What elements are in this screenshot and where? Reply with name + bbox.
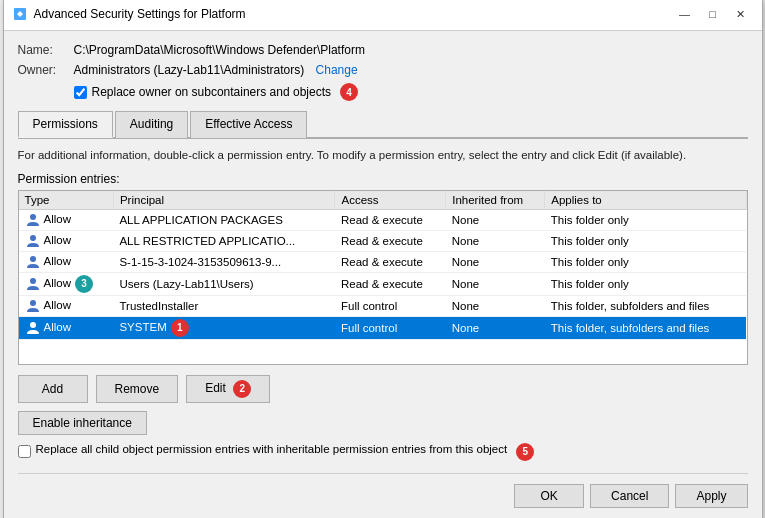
cell-access: Full control: [335, 295, 446, 316]
table-header-row: Type Principal Access Inherited from App…: [19, 191, 747, 210]
replace-child-row: Replace all child object permission entr…: [18, 443, 748, 461]
tab-auditing[interactable]: Auditing: [115, 111, 188, 138]
cell-type: Allow3: [19, 272, 114, 295]
cell-type: Allow: [19, 251, 114, 272]
remove-button[interactable]: Remove: [96, 375, 179, 403]
change-link[interactable]: Change: [316, 63, 358, 77]
close-button[interactable]: ✕: [728, 4, 754, 24]
cell-inherited: None: [446, 230, 545, 251]
table-row[interactable]: AllowALL APPLICATION PACKAGESRead & exec…: [19, 209, 747, 230]
cell-principal: SYSTEM1: [113, 316, 335, 339]
window-icon: [12, 6, 28, 22]
cell-inherited: None: [446, 295, 545, 316]
replace-child-label: Replace all child object permission entr…: [36, 443, 508, 455]
footer-buttons: OK Cancel Apply: [18, 473, 748, 508]
row-user-icon: [25, 233, 41, 249]
cell-access: Full control: [335, 316, 446, 339]
titlebar: Advanced Security Settings for Platform …: [4, 0, 762, 31]
svg-point-5: [30, 300, 36, 306]
cell-inherited: None: [446, 209, 545, 230]
col-inherited: Inherited from: [446, 191, 545, 210]
cell-inherited: None: [446, 251, 545, 272]
name-value: C:\ProgramData\Microsoft\Windows Defende…: [74, 43, 748, 57]
cell-type: Allow: [19, 230, 114, 251]
name-row: Name: C:\ProgramData\Microsoft\Windows D…: [18, 43, 748, 57]
row-user-icon: [25, 320, 41, 336]
cell-applies: This folder only: [545, 209, 746, 230]
permission-table-container: Type Principal Access Inherited from App…: [18, 190, 748, 365]
cell-inherited: None: [446, 272, 545, 295]
row-user-icon: [25, 298, 41, 314]
replace-owner-checkbox[interactable]: [74, 86, 87, 99]
table-action-buttons: Add Remove Edit 2: [18, 375, 748, 403]
tab-permissions[interactable]: Permissions: [18, 111, 113, 138]
badge-1: 1: [171, 319, 189, 337]
col-principal: Principal: [113, 191, 335, 210]
cancel-button[interactable]: Cancel: [590, 484, 669, 508]
section-label: Permission entries:: [18, 172, 748, 186]
add-button[interactable]: Add: [18, 375, 88, 403]
cell-type: Allow: [19, 295, 114, 316]
badge-4: 4: [340, 83, 358, 101]
badge-3: 3: [75, 275, 93, 293]
apply-button[interactable]: Apply: [675, 484, 747, 508]
info-text: For additional information, double-click…: [18, 147, 748, 163]
svg-point-3: [30, 256, 36, 262]
replace-owner-row: Replace owner on subcontainers and objec…: [74, 83, 748, 101]
col-access: Access: [335, 191, 446, 210]
cell-applies: This folder, subfolders and files: [545, 295, 746, 316]
cell-principal: ALL RESTRICTED APPLICATIO...: [113, 230, 335, 251]
content-area: Name: C:\ProgramData\Microsoft\Windows D…: [4, 31, 762, 518]
table-row[interactable]: AllowTrustedInstallerFull controlNoneThi…: [19, 295, 747, 316]
cell-access: Read & execute: [335, 209, 446, 230]
window-controls: — □ ✕: [672, 4, 754, 24]
row-user-icon: [25, 212, 41, 228]
cell-type: Allow: [19, 316, 114, 339]
table-row[interactable]: AllowALL RESTRICTED APPLICATIO...Read & …: [19, 230, 747, 251]
cell-type: Allow: [19, 209, 114, 230]
svg-point-4: [30, 278, 36, 284]
cell-applies: This folder only: [545, 272, 746, 295]
ok-button[interactable]: OK: [514, 484, 584, 508]
cell-applies: This folder only: [545, 251, 746, 272]
cell-principal: ALL APPLICATION PACKAGES: [113, 209, 335, 230]
svg-point-6: [30, 322, 36, 328]
cell-principal: Users (Lazy-Lab11\Users): [113, 272, 335, 295]
row-user-icon: [25, 276, 41, 292]
owner-label: Owner:: [18, 63, 74, 77]
enable-inheritance-button[interactable]: Enable inheritance: [18, 411, 147, 435]
col-type: Type: [19, 191, 114, 210]
window-title: Advanced Security Settings for Platform: [34, 7, 666, 21]
name-label: Name:: [18, 43, 74, 57]
badge-2: 2: [233, 380, 251, 398]
table-body: AllowALL APPLICATION PACKAGESRead & exec…: [19, 209, 747, 339]
cell-access: Read & execute: [335, 230, 446, 251]
table-row[interactable]: Allow3Users (Lazy-Lab11\Users)Read & exe…: [19, 272, 747, 295]
inherit-row: Enable inheritance: [18, 411, 748, 435]
cell-principal: S-1-15-3-1024-3153509613-9...: [113, 251, 335, 272]
cell-inherited: None: [446, 316, 545, 339]
owner-row: Owner: Administrators (Lazy-Lab11\Admini…: [18, 63, 748, 77]
owner-value: Administrators (Lazy-Lab11\Administrator…: [74, 63, 748, 77]
table-row[interactable]: AllowS-1-15-3-1024-3153509613-9...Read &…: [19, 251, 747, 272]
minimize-button[interactable]: —: [672, 4, 698, 24]
badge-5: 5: [516, 443, 534, 461]
cell-applies: This folder, subfolders and files: [545, 316, 746, 339]
col-applies: Applies to: [545, 191, 746, 210]
cell-access: Read & execute: [335, 272, 446, 295]
table-row[interactable]: AllowSYSTEM1Full controlNoneThis folder,…: [19, 316, 747, 339]
svg-point-2: [30, 235, 36, 241]
tabs-container: Permissions Auditing Effective Access: [18, 111, 748, 139]
replace-owner-label: Replace owner on subcontainers and objec…: [92, 85, 331, 99]
cell-applies: This folder only: [545, 230, 746, 251]
permission-table: Type Principal Access Inherited from App…: [19, 191, 747, 340]
tab-effective-access[interactable]: Effective Access: [190, 111, 307, 138]
row-user-icon: [25, 254, 41, 270]
cell-access: Read & execute: [335, 251, 446, 272]
edit-button[interactable]: Edit 2: [186, 375, 270, 403]
main-window: Advanced Security Settings for Platform …: [3, 0, 763, 518]
maximize-button[interactable]: □: [700, 4, 726, 24]
replace-child-checkbox[interactable]: [18, 445, 31, 458]
cell-principal: TrustedInstaller: [113, 295, 335, 316]
svg-point-1: [30, 214, 36, 220]
